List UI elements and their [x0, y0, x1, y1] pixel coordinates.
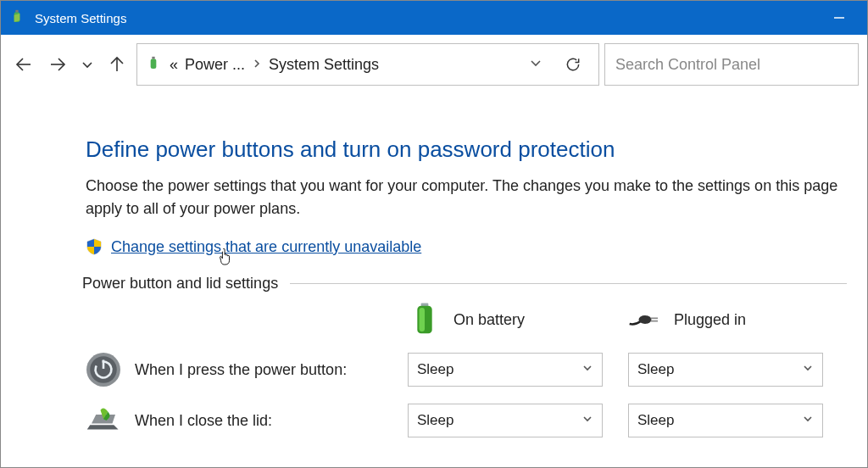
app-icon: [8, 8, 26, 27]
plugged-in-column-header: Plugged in: [628, 303, 849, 337]
on-battery-column-header: On battery: [408, 303, 628, 337]
svg-rect-1: [15, 10, 18, 13]
power-button-row: When I press the power button: Sleep Sle…: [86, 352, 847, 387]
chevron-down-icon: [802, 361, 814, 378]
close-lid-plugged-dropdown[interactable]: Sleep: [628, 404, 823, 437]
forward-button[interactable]: [43, 50, 72, 79]
svg-rect-10: [420, 308, 426, 332]
close-lid-battery-dropdown[interactable]: Sleep: [408, 404, 603, 437]
breadcrumb-icon: [144, 55, 163, 74]
power-button-icon: [86, 352, 121, 387]
chevron-right-icon: [252, 57, 262, 72]
laptop-lid-icon: [86, 403, 121, 438]
cursor-hand-icon: [218, 248, 233, 266]
search-input[interactable]: [615, 56, 848, 74]
up-button[interactable]: [103, 50, 131, 79]
svg-point-11: [639, 315, 652, 324]
close-lid-row: When I close the lid: Sleep Sleep: [86, 403, 847, 438]
power-button-battery-value: Sleep: [417, 361, 453, 378]
breadcrumb-truncate[interactable]: «: [170, 56, 178, 74]
svg-rect-12: [651, 318, 658, 320]
page-heading: Define power buttons and turn on passwor…: [86, 136, 847, 163]
svg-rect-6: [151, 58, 157, 69]
on-battery-label: On battery: [453, 311, 525, 329]
title-bar: System Settings: [1, 1, 867, 35]
chevron-down-icon: [802, 412, 814, 429]
power-button-battery-dropdown[interactable]: Sleep: [408, 353, 603, 387]
back-button[interactable]: [9, 50, 38, 79]
chevron-down-icon: [581, 412, 593, 429]
column-headers: On battery Plugged in: [86, 303, 847, 337]
breadcrumb-history-dropdown[interactable]: [524, 56, 548, 73]
battery-icon: [408, 303, 442, 337]
minimize-button[interactable]: [818, 1, 860, 35]
svg-rect-7: [152, 57, 154, 59]
breadcrumb-bar[interactable]: « Power ... System Settings: [136, 43, 599, 86]
plug-icon: [628, 303, 662, 337]
svg-rect-13: [651, 320, 658, 322]
section-divider: [290, 283, 847, 284]
chevron-down-icon: [581, 361, 593, 378]
change-settings-row: Change settings that are currently unava…: [86, 237, 847, 256]
navigation-toolbar: « Power ... System Settings: [1, 35, 867, 94]
breadcrumb-parent[interactable]: Power ...: [185, 56, 245, 74]
search-box[interactable]: [604, 43, 859, 86]
power-button-plugged-value: Sleep: [637, 361, 674, 378]
content-area: Define power buttons and turn on passwor…: [1, 94, 867, 438]
close-lid-plugged-value: Sleep: [637, 412, 674, 429]
page-description: Choose the power settings that you want …: [86, 175, 847, 220]
section-header: Power button and lid settings: [82, 275, 847, 292]
refresh-button[interactable]: [554, 56, 592, 73]
close-lid-battery-value: Sleep: [417, 412, 453, 429]
window-title: System Settings: [35, 11, 818, 25]
change-settings-link[interactable]: Change settings that are currently unava…: [111, 238, 421, 256]
breadcrumb-current[interactable]: System Settings: [269, 56, 379, 74]
close-lid-label: When I close the lid:: [135, 412, 272, 430]
recent-dropdown[interactable]: [77, 50, 97, 79]
power-button-plugged-dropdown[interactable]: Sleep: [628, 353, 823, 387]
uac-shield-icon: [86, 238, 103, 255]
plugged-in-label: Plugged in: [674, 311, 746, 329]
section-label: Power button and lid settings: [82, 275, 278, 292]
power-button-label: When I press the power button:: [135, 361, 347, 379]
